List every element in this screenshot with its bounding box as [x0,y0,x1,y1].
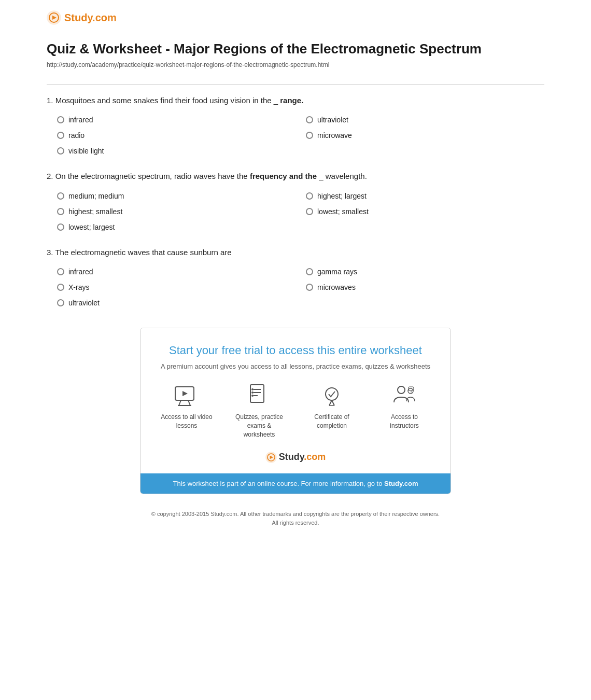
svg-point-15 [326,388,338,400]
q3-radio-xrays[interactable] [57,284,64,291]
question-2: 2. On the electromagnetic spectrum, radi… [47,171,544,231]
q2-option-highest-largest[interactable]: highest; largest [306,192,544,200]
cta-box: Start your free trial to access this ent… [140,328,451,494]
cta-features: Access to all video lessons Quizzes, pra… [156,383,435,439]
cta-feature-quizzes-text: Quizzes, practice exams & worksheets [231,413,288,439]
video-lessons-icon [174,383,200,409]
q3-options-grid: infrared gamma rays X-rays microwaves ul… [47,268,544,307]
q2-text-before: On the electromagnetic spectrum, radio w… [55,172,250,180]
svg-line-5 [188,400,190,405]
instructors-icon [391,383,417,409]
q3-option-ultraviolet[interactable]: ultraviolet [57,299,295,307]
cta-feature-video-text: Access to all video lessons [158,413,215,430]
q1-label-ultraviolet: ultraviolet [317,116,348,124]
page-url: http://study.com/academy/practice/quiz-w… [47,61,544,68]
q2-label-medium-medium: medium; medium [68,192,124,200]
q3-label-infrared: infrared [68,268,93,276]
certificate-icon [319,383,345,409]
top-divider [47,84,544,85]
study-logo-icon [47,10,61,25]
cta-logo-text: Study.com [279,452,326,463]
copyright-line1: © copyright 2003-2015 Study.com. All oth… [47,510,544,519]
quizzes-icon [246,383,272,409]
logo-text: Study.com [64,12,117,24]
q1-radio-infrared[interactable] [57,116,64,123]
q2-radio-highest-smallest[interactable] [57,208,64,215]
copyright-line2: All rights reserved. [47,519,544,528]
cta-footer-text: This worksheet is part of an online cour… [173,480,384,487]
q1-option-radio[interactable]: radio [57,131,295,139]
q1-option-infrared[interactable]: infrared [57,116,295,124]
q1-radio-microwave[interactable] [306,132,313,139]
q3-option-microwaves[interactable]: microwaves [306,283,544,291]
q2-option-medium-medium[interactable]: medium; medium [57,192,295,200]
q2-option-highest-smallest[interactable]: highest; smallest [57,207,295,216]
cta-feature-quizzes: Quizzes, practice exams & worksheets [231,383,288,439]
q2-radio-highest-largest[interactable] [306,192,313,200]
q2-number: 2 [47,172,51,180]
cta-feature-video: Access to all video lessons [158,383,215,439]
q1-options-grid: infrared ultraviolet radio microwave vis… [47,116,544,155]
q3-option-xrays[interactable]: X-rays [57,283,295,291]
q1-radio-radio[interactable] [57,132,64,139]
q2-options-grid: medium; medium highest; largest highest;… [47,192,544,231]
q1-number: 1 [47,96,51,105]
q3-label-microwaves: microwaves [317,283,356,291]
copyright-area: © copyright 2003-2015 Study.com. All oth… [47,510,544,528]
q2-text-bold: frequency and the [250,172,317,180]
question-3: 3. The electromagnetic waves that cause … [47,247,544,307]
q2-text-after: _ wavelength. [317,172,367,180]
q1-label-radio: radio [68,131,85,139]
q1-label-microwave: microwave [317,131,352,139]
question-1: 1. Mosquitoes and some snakes find their… [47,95,544,156]
q2-radio-lowest-largest[interactable] [57,223,64,231]
q2-label-lowest-smallest: lowest; smallest [317,207,369,216]
cta-inner: Start your free trial to access this ent… [140,328,451,473]
q3-radio-gamma-rays[interactable] [306,268,313,275]
q1-radio-ultraviolet[interactable] [306,116,313,123]
cta-logo-area: Study.com [156,452,435,463]
q2-label-highest-smallest: highest; smallest [68,207,122,216]
q2-radio-medium-medium[interactable] [57,192,64,200]
q3-radio-microwaves[interactable] [306,284,313,291]
q3-label-gamma-rays: gamma rays [317,268,357,276]
q2-label-highest-largest: highest; largest [317,192,367,200]
svg-marker-7 [182,391,188,396]
q3-number: 3 [47,248,51,257]
q1-text-before: Mosquitoes and some snakes find their fo… [55,96,280,105]
q3-text-before: The electromagnetic waves that cause sun… [55,248,231,257]
q3-option-gamma-rays[interactable]: gamma rays [306,268,544,276]
svg-point-12 [251,388,254,390]
q1-label-infrared: infrared [68,116,93,124]
q3-option-infrared[interactable]: infrared [57,268,295,276]
q1-option-visible-light[interactable]: visible light [57,147,295,155]
page-title: Quiz & Worksheet - Major Regions of the … [47,40,544,58]
cta-footer-link[interactable]: Study.com [384,480,418,487]
q3-radio-ultraviolet[interactable] [57,299,64,306]
q1-text-bold: range. [280,96,303,105]
svg-rect-8 [250,385,264,402]
svg-point-13 [251,391,254,394]
svg-line-17 [332,400,334,405]
q1-option-microwave[interactable]: microwave [306,131,544,139]
cta-feature-instructors: Access to instructors [376,383,433,439]
svg-line-16 [329,400,332,405]
q3-label-xrays: X-rays [68,283,89,291]
cta-study-logo-icon [265,452,277,463]
svg-point-19 [398,386,405,394]
svg-line-4 [179,400,181,405]
question-3-text: 3. The electromagnetic waves that cause … [47,247,544,259]
cta-footer: This worksheet is part of an online cour… [140,473,451,494]
question-2-text: 2. On the electromagnetic spectrum, radi… [47,171,544,183]
q2-option-lowest-largest[interactable]: lowest; largest [57,223,295,231]
cta-subtitle: A premium account gives you access to al… [156,362,435,370]
q1-option-ultraviolet[interactable]: ultraviolet [306,116,544,124]
q3-label-ultraviolet: ultraviolet [68,299,100,307]
logo-area: Study.com [47,10,544,25]
q1-radio-visible-light[interactable] [57,147,64,155]
svg-point-14 [251,395,254,397]
q2-option-lowest-smallest[interactable]: lowest; smallest [306,207,544,216]
q3-radio-infrared[interactable] [57,268,64,275]
cta-title: Start your free trial to access this ent… [156,344,435,357]
q2-radio-lowest-smallest[interactable] [306,208,313,215]
